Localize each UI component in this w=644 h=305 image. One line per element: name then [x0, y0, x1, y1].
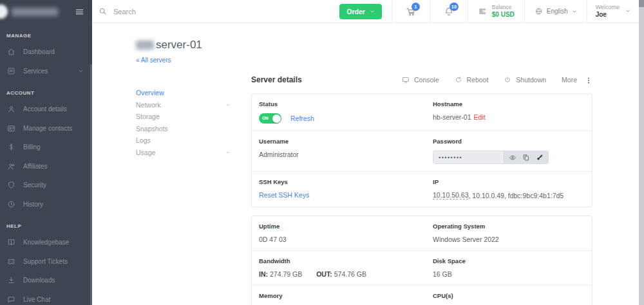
app-window: MANAGE Dashboard Services ACCOUNT Accoun… — [0, 0, 644, 305]
sidebar-scrollbar[interactable] — [90, 64, 92, 305]
sidebar-header — [0, 0, 92, 23]
page-title-row: server-01 — [136, 39, 644, 51]
sidebar-item-live-chat[interactable]: Live Chat — [0, 290, 92, 305]
sidebar-item-history[interactable]: History — [0, 195, 92, 214]
subnav-item-storage[interactable]: Storage — [136, 111, 251, 123]
status-label: Status — [259, 100, 419, 107]
eye-icon[interactable] — [509, 154, 516, 162]
search-box[interactable] — [99, 7, 339, 15]
subnav-item-snapshots[interactable]: Snapshots — [136, 123, 251, 135]
subnav-item-usage[interactable]: Usage — [136, 147, 251, 159]
sidebar-item-affiliates[interactable]: Affiliates — [0, 157, 92, 176]
sidebar-item-label: Knowledgebase — [23, 239, 69, 246]
server-details-title: Server details — [251, 75, 302, 84]
toggle-knob — [272, 115, 281, 123]
chevron-down-icon — [225, 102, 231, 107]
hostname-edit-link[interactable]: Edit — [474, 113, 486, 121]
bandwidth-in-value: 274.79 GB — [270, 270, 302, 278]
sidebar-section-manage: MANAGE — [0, 33, 92, 39]
password-cell: Password •••••••• — [426, 138, 556, 164]
sidebar-item-label: Affiliates — [23, 163, 48, 170]
page-scrollbar[interactable] — [639, 0, 644, 305]
subnav-label: Storage — [136, 113, 160, 120]
download-icon — [7, 276, 15, 284]
topbar: Order 1 10 Balance $ — [92, 0, 644, 23]
hostname-cell: Hostname hb-server-01 Edit — [426, 100, 493, 124]
hamburger-icon[interactable] — [75, 7, 84, 17]
os-label: Operating System — [433, 223, 499, 230]
disk-space-label: Disk Space — [433, 257, 466, 264]
wallet-icon — [478, 6, 488, 16]
sidebar-item-security[interactable]: Security — [0, 176, 92, 195]
shield-icon — [7, 181, 15, 189]
reboot-icon — [455, 76, 462, 84]
user-icon — [7, 105, 15, 113]
subnav-label: Overview — [136, 89, 164, 97]
hostname-label: Hostname — [433, 100, 486, 107]
language-label: English — [547, 8, 568, 15]
key-icon[interactable] — [536, 154, 544, 162]
chevron-down-icon — [370, 9, 375, 14]
welcome-label: Welcome — [596, 4, 620, 11]
bandwidth-label: Bandwidth — [259, 257, 419, 264]
hostname-value: hb-server-01 — [433, 113, 471, 121]
subnav-item-logs[interactable]: Logs — [136, 134, 251, 147]
book-icon — [7, 238, 15, 246]
all-servers-link[interactable]: « All servers — [136, 57, 171, 64]
uptime-value: 0D 47 03 — [259, 236, 287, 243]
bandwidth-out-key: OUT: — [316, 270, 332, 278]
search-icon — [99, 7, 107, 15]
uptime-label: Uptime — [259, 223, 419, 230]
ssh-keys-label: SSH Keys — [259, 178, 419, 185]
refresh-link[interactable]: Refresh — [290, 115, 314, 122]
sidebar-item-knowledgebase[interactable]: Knowledgebase — [0, 233, 92, 252]
cart-button[interactable]: 1 — [392, 0, 430, 23]
sidebar-item-manage-contacts[interactable]: Manage contacts — [0, 119, 92, 138]
more-button[interactable]: More — [554, 76, 585, 84]
memory-cell: Memory 2 GB — [252, 292, 426, 305]
kebab-icon[interactable] — [585, 75, 592, 84]
search-input[interactable] — [113, 8, 255, 15]
subnav-item-overview[interactable]: Overview — [136, 87, 251, 99]
chevron-down-icon — [78, 68, 84, 74]
main-area: Order 1 10 Balance $ — [92, 0, 644, 305]
bandwidth-in-key: IN: — [259, 270, 268, 278]
toggle-on-label: ON — [262, 116, 269, 120]
sidebar-item-dashboard[interactable]: Dashboard — [0, 42, 92, 62]
power-icon — [504, 76, 511, 84]
ip-label: IP — [433, 178, 564, 185]
status-cell: Status ON Refresh — [252, 100, 426, 124]
chevron-down-icon — [625, 8, 630, 14]
balance-text: Balance $0 USD — [492, 5, 515, 18]
status-toggle[interactable]: ON — [259, 113, 281, 124]
home-icon — [7, 48, 15, 56]
ip-primary-value[interactable]: 10.10.50.63 — [433, 191, 468, 199]
subnav-item-network[interactable]: Network — [136, 99, 251, 111]
reboot-button[interactable]: Reboot — [447, 76, 497, 84]
sidebar-item-support-tickets[interactable]: Support Tickets — [0, 252, 92, 272]
notifications-button[interactable]: 10 — [430, 0, 468, 23]
sidebar-item-label: Live Chat — [23, 296, 50, 303]
reset-ssh-keys-link[interactable]: Reset SSH Keys — [259, 191, 309, 199]
sidebar-item-downloads[interactable]: Downloads — [0, 271, 92, 290]
scrollbar-thumb[interactable] — [639, 0, 644, 7]
disk-space-value: 16 GB — [433, 270, 452, 278]
copy-icon[interactable] — [522, 154, 530, 162]
user-text: Welcome Joe — [596, 4, 620, 19]
server-details-header: Server details Console Reboot — [251, 75, 592, 84]
user-menu[interactable]: Welcome Joe — [587, 4, 639, 19]
password-field[interactable]: •••••••• — [433, 151, 504, 163]
balance-widget[interactable]: Balance $0 USD — [468, 5, 524, 18]
sidebar-item-label: Downloads — [23, 277, 55, 284]
sidebar-item-billing[interactable]: Billing — [0, 138, 92, 157]
language-selector[interactable]: English — [525, 7, 587, 15]
card-row: Memory 2 GB CPU(s) 1 Cores — [252, 285, 592, 305]
sidebar-item-account-details[interactable]: Account details — [0, 100, 92, 119]
sidebar-item-services[interactable]: Services — [0, 62, 92, 81]
console-button[interactable]: Console — [394, 76, 447, 84]
brand-logo-mark — [0, 5, 8, 19]
services-icon — [7, 67, 15, 75]
shutdown-button[interactable]: Shutdown — [496, 76, 554, 84]
sidebar-item-label: Dashboard — [23, 48, 55, 55]
order-button[interactable]: Order — [339, 4, 382, 19]
